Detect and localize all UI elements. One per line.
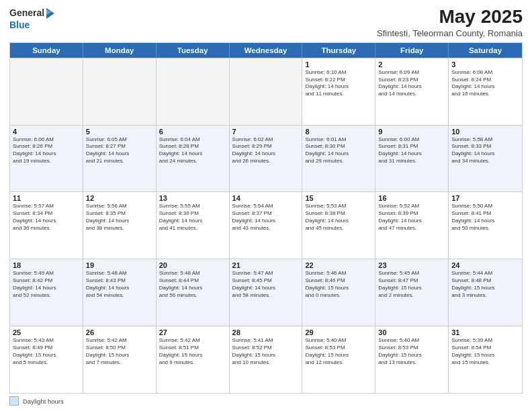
location-subtitle: Sfintesti, Teleorman County, Romania bbox=[377, 28, 523, 38]
cal-cell-22: 22Sunrise: 5:46 AM Sunset: 8:46 PM Dayli… bbox=[302, 259, 375, 326]
cal-cell-14: 14Sunrise: 5:54 AM Sunset: 8:37 PM Dayli… bbox=[230, 192, 303, 259]
day-info: Sunrise: 6:04 AM Sunset: 8:28 PM Dayligh… bbox=[159, 136, 226, 165]
calendar-header: SundayMondayTuesdayWednesdayThursdayFrid… bbox=[10, 43, 522, 58]
cal-cell-empty-1 bbox=[83, 58, 157, 125]
day-header-sunday: Sunday bbox=[10, 43, 83, 58]
day-number: 13 bbox=[159, 194, 226, 202]
cal-cell-31: 31Sunrise: 5:39 AM Sunset: 8:54 PM Dayli… bbox=[449, 326, 522, 393]
day-number: 17 bbox=[451, 194, 519, 202]
day-number: 10 bbox=[451, 128, 519, 136]
cal-cell-27: 27Sunrise: 5:42 AM Sunset: 8:51 PM Dayli… bbox=[157, 326, 230, 393]
cal-cell-18: 18Sunrise: 5:49 AM Sunset: 8:42 PM Dayli… bbox=[10, 259, 83, 326]
day-number: 31 bbox=[451, 328, 519, 336]
day-number: 6 bbox=[159, 128, 226, 136]
cal-cell-7: 7Sunrise: 6:02 AM Sunset: 8:29 PM Daylig… bbox=[230, 126, 303, 192]
day-header-saturday: Saturday bbox=[449, 43, 522, 58]
day-number: 21 bbox=[232, 261, 300, 269]
cal-cell-1: 1Sunrise: 6:10 AM Sunset: 8:22 PM Daylig… bbox=[302, 58, 375, 125]
day-info: Sunrise: 5:52 AM Sunset: 8:39 PM Dayligh… bbox=[378, 203, 445, 232]
day-info: Sunrise: 5:46 AM Sunset: 8:46 PM Dayligh… bbox=[305, 270, 372, 299]
header: General Blue May 2025 Sfintesti, Teleorm… bbox=[9, 7, 523, 38]
daylight-label: Daylight hours bbox=[23, 398, 64, 405]
day-info: Sunrise: 6:02 AM Sunset: 8:29 PM Dayligh… bbox=[232, 136, 300, 165]
day-number: 14 bbox=[232, 194, 300, 202]
day-info: Sunrise: 5:45 AM Sunset: 8:47 PM Dayligh… bbox=[378, 270, 445, 299]
day-number: 8 bbox=[305, 128, 372, 136]
calendar-row-5: 25Sunrise: 5:43 AM Sunset: 8:49 PM Dayli… bbox=[10, 326, 522, 393]
day-number: 9 bbox=[378, 128, 445, 136]
cal-cell-empty-0 bbox=[10, 58, 83, 125]
day-info: Sunrise: 6:05 AM Sunset: 8:27 PM Dayligh… bbox=[86, 136, 153, 165]
cal-cell-20: 20Sunrise: 5:48 AM Sunset: 8:44 PM Dayli… bbox=[157, 259, 230, 326]
calendar-row-1: 1Sunrise: 6:10 AM Sunset: 8:22 PM Daylig… bbox=[10, 58, 522, 125]
cal-cell-19: 19Sunrise: 5:48 AM Sunset: 8:43 PM Dayli… bbox=[83, 259, 157, 326]
day-number: 19 bbox=[86, 261, 153, 269]
day-info: Sunrise: 5:54 AM Sunset: 8:37 PM Dayligh… bbox=[232, 203, 300, 232]
cal-cell-23: 23Sunrise: 5:45 AM Sunset: 8:47 PM Dayli… bbox=[375, 259, 449, 326]
day-number: 12 bbox=[86, 194, 153, 202]
day-info: Sunrise: 5:56 AM Sunset: 8:35 PM Dayligh… bbox=[86, 203, 153, 232]
cal-cell-8: 8Sunrise: 6:01 AM Sunset: 8:30 PM Daylig… bbox=[302, 126, 375, 192]
cal-cell-28: 28Sunrise: 5:41 AM Sunset: 8:52 PM Dayli… bbox=[230, 326, 303, 393]
day-info: Sunrise: 5:48 AM Sunset: 8:44 PM Dayligh… bbox=[159, 270, 226, 299]
day-header-monday: Monday bbox=[83, 43, 157, 58]
calendar-body: 1Sunrise: 6:10 AM Sunset: 8:22 PM Daylig… bbox=[10, 58, 522, 393]
day-info: Sunrise: 5:50 AM Sunset: 8:41 PM Dayligh… bbox=[451, 203, 519, 232]
calendar: SundayMondayTuesdayWednesdayThursdayFrid… bbox=[9, 42, 523, 394]
cal-cell-12: 12Sunrise: 5:56 AM Sunset: 8:35 PM Dayli… bbox=[83, 192, 157, 259]
cal-cell-6: 6Sunrise: 6:04 AM Sunset: 8:28 PM Daylig… bbox=[157, 126, 230, 192]
day-number: 22 bbox=[305, 261, 372, 269]
day-number: 1 bbox=[305, 60, 372, 68]
day-info: Sunrise: 5:42 AM Sunset: 8:51 PM Dayligh… bbox=[159, 337, 226, 366]
cal-cell-26: 26Sunrise: 5:42 AM Sunset: 8:50 PM Dayli… bbox=[83, 326, 157, 393]
day-number: 23 bbox=[378, 261, 445, 269]
day-info: Sunrise: 5:53 AM Sunset: 8:38 PM Dayligh… bbox=[305, 203, 372, 232]
day-info: Sunrise: 5:40 AM Sunset: 8:53 PM Dayligh… bbox=[305, 337, 372, 366]
day-number: 30 bbox=[378, 328, 445, 336]
day-info: Sunrise: 5:41 AM Sunset: 8:52 PM Dayligh… bbox=[232, 337, 300, 366]
day-info: Sunrise: 5:40 AM Sunset: 8:53 PM Dayligh… bbox=[378, 337, 445, 366]
day-info: Sunrise: 5:44 AM Sunset: 8:48 PM Dayligh… bbox=[451, 270, 519, 299]
logo-blue-text: Blue bbox=[9, 20, 30, 30]
day-info: Sunrise: 5:47 AM Sunset: 8:45 PM Dayligh… bbox=[232, 270, 300, 299]
daylight-legend-box bbox=[9, 396, 19, 406]
day-number: 7 bbox=[232, 128, 300, 136]
calendar-row-2: 4Sunrise: 6:06 AM Sunset: 8:26 PM Daylig… bbox=[10, 125, 522, 192]
day-info: Sunrise: 6:01 AM Sunset: 8:30 PM Dayligh… bbox=[305, 136, 372, 165]
day-info: Sunrise: 6:06 AM Sunset: 8:26 PM Dayligh… bbox=[13, 136, 80, 165]
footer: Daylight hours bbox=[9, 396, 523, 406]
day-number: 29 bbox=[305, 328, 372, 336]
day-info: Sunrise: 6:09 AM Sunset: 8:23 PM Dayligh… bbox=[378, 69, 445, 98]
month-title: May 2025 bbox=[377, 7, 523, 28]
cal-cell-4: 4Sunrise: 6:06 AM Sunset: 8:26 PM Daylig… bbox=[10, 126, 83, 192]
day-info: Sunrise: 5:42 AM Sunset: 8:50 PM Dayligh… bbox=[86, 337, 153, 366]
day-number: 24 bbox=[451, 261, 519, 269]
cal-cell-empty-2 bbox=[157, 58, 230, 125]
day-info: Sunrise: 5:48 AM Sunset: 8:43 PM Dayligh… bbox=[86, 270, 153, 299]
day-info: Sunrise: 5:58 AM Sunset: 8:33 PM Dayligh… bbox=[451, 136, 519, 165]
cal-cell-5: 5Sunrise: 6:05 AM Sunset: 8:27 PM Daylig… bbox=[83, 126, 157, 192]
cal-cell-15: 15Sunrise: 5:53 AM Sunset: 8:38 PM Dayli… bbox=[302, 192, 375, 259]
day-header-tuesday: Tuesday bbox=[157, 43, 230, 58]
day-header-thursday: Thursday bbox=[302, 43, 375, 58]
page: General Blue May 2025 Sfintesti, Teleorm… bbox=[0, 0, 532, 411]
logo-icon bbox=[45, 7, 56, 20]
cal-cell-13: 13Sunrise: 5:55 AM Sunset: 8:36 PM Dayli… bbox=[157, 192, 230, 259]
day-info: Sunrise: 5:43 AM Sunset: 8:49 PM Dayligh… bbox=[13, 337, 80, 366]
cal-cell-24: 24Sunrise: 5:44 AM Sunset: 8:48 PM Dayli… bbox=[449, 259, 522, 326]
cal-cell-17: 17Sunrise: 5:50 AM Sunset: 8:41 PM Dayli… bbox=[449, 192, 522, 259]
day-info: Sunrise: 6:08 AM Sunset: 8:24 PM Dayligh… bbox=[451, 69, 519, 98]
day-info: Sunrise: 5:39 AM Sunset: 8:54 PM Dayligh… bbox=[451, 337, 519, 366]
cal-cell-30: 30Sunrise: 5:40 AM Sunset: 8:53 PM Dayli… bbox=[375, 326, 449, 393]
cal-cell-11: 11Sunrise: 5:57 AM Sunset: 8:34 PM Dayli… bbox=[10, 192, 83, 259]
cal-cell-16: 16Sunrise: 5:52 AM Sunset: 8:39 PM Dayli… bbox=[375, 192, 449, 259]
cal-cell-2: 2Sunrise: 6:09 AM Sunset: 8:23 PM Daylig… bbox=[375, 58, 449, 125]
day-header-wednesday: Wednesday bbox=[230, 43, 303, 58]
day-number: 11 bbox=[13, 194, 80, 202]
cal-cell-21: 21Sunrise: 5:47 AM Sunset: 8:45 PM Dayli… bbox=[230, 259, 303, 326]
cal-cell-10: 10Sunrise: 5:58 AM Sunset: 8:33 PM Dayli… bbox=[449, 126, 522, 192]
day-number: 4 bbox=[13, 128, 80, 136]
day-info: Sunrise: 5:55 AM Sunset: 8:36 PM Dayligh… bbox=[159, 203, 226, 232]
cal-cell-3: 3Sunrise: 6:08 AM Sunset: 8:24 PM Daylig… bbox=[449, 58, 522, 125]
cal-cell-9: 9Sunrise: 6:00 AM Sunset: 8:31 PM Daylig… bbox=[375, 126, 449, 192]
